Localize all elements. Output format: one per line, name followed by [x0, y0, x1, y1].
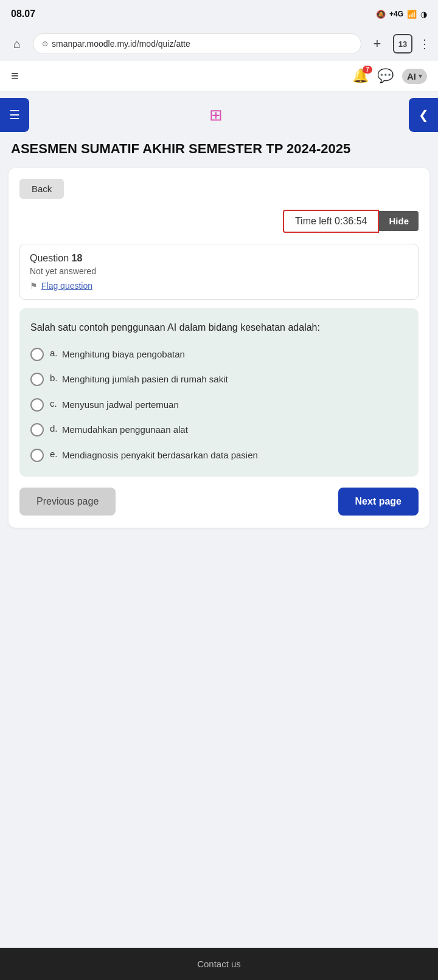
- flag-icon: ⚑: [30, 281, 38, 291]
- sidebar-left-button[interactable]: ☰: [0, 98, 29, 132]
- signal-icon: 🔕: [376, 10, 386, 19]
- header-right: 🔔 7 💬 AI ▾: [352, 68, 427, 84]
- status-time: 08.07: [11, 9, 35, 19]
- timer-row: Time left 0:36:54 Hide: [19, 210, 419, 233]
- notifications-button[interactable]: 🔔 7: [352, 68, 369, 84]
- next-page-button[interactable]: Next page: [338, 488, 419, 516]
- timer-display: Time left 0:36:54: [283, 210, 380, 233]
- previous-page-button[interactable]: Previous page: [19, 488, 116, 516]
- back-button[interactable]: Back: [19, 179, 64, 199]
- chevron-left-icon: ❮: [419, 108, 429, 122]
- url-secure-icon: ⊙: [42, 40, 48, 48]
- question-text: Salah satu contoh penggunaan AI dalam bi…: [30, 320, 408, 335]
- notification-badge: 7: [363, 66, 372, 74]
- option-radio-c[interactable]: [30, 398, 44, 412]
- flag-row: ⚑ Flag question: [30, 281, 408, 291]
- option-radio-b[interactable]: [30, 373, 44, 386]
- quiz-card: Back Time left 0:36:54 Hide Question 18 …: [9, 168, 429, 528]
- chevron-down-icon: ▾: [419, 72, 422, 80]
- quiz-title: ASESMEN SUMATIF AKHIR SEMESTER TP 2024-2…: [0, 134, 438, 168]
- flag-question-link[interactable]: Flag question: [41, 281, 92, 291]
- option-label-c: c.: [44, 398, 62, 409]
- avatar-button[interactable]: AI ▾: [402, 69, 427, 84]
- sidebar-toggle-row: ☰ ⊞ ❮: [0, 92, 438, 134]
- navigation-buttons: Previous page Next page: [19, 488, 419, 516]
- option-text-e: Mendiagnosis penyakit berdasarkan data p…: [62, 448, 258, 463]
- option-text-b: Menghitung jumlah pasien di rumah sakit: [62, 372, 228, 387]
- option-row-c: c. Menyusun jadwal pertemuan: [30, 398, 408, 412]
- question-number: Question 18: [30, 253, 408, 264]
- footer: Contact us: [0, 948, 438, 980]
- question-header: Question 18 Not yet answered ⚑ Flag ques…: [19, 244, 419, 300]
- browser-menu-button[interactable]: ⋮: [419, 36, 431, 51]
- question-number-value: 18: [72, 253, 83, 263]
- app-header: ≡ 🔔 7 💬 AI ▾: [0, 61, 438, 92]
- option-row-e: e. Mendiagnosis penyakit berdasarkan dat…: [30, 448, 408, 463]
- browser-actions: + 13 ⋮: [367, 34, 431, 53]
- option-label-b: b.: [44, 372, 62, 383]
- network-icon: +4G: [389, 10, 403, 18]
- option-text-a: Menghitung biaya pengobatan: [62, 347, 185, 362]
- hamburger-menu-button[interactable]: ≡: [11, 68, 19, 84]
- option-label-a: a.: [44, 347, 62, 358]
- option-radio-e[interactable]: [30, 449, 44, 462]
- option-text-c: Menyusun jadwal pertemuan: [62, 398, 179, 412]
- chat-button[interactable]: 💬: [377, 68, 394, 84]
- browser-bar: ⌂ ⊙ smanpar.moodle.my.id/mod/quiz/atte +…: [0, 27, 438, 61]
- status-icons: 🔕 +4G 📶 ◑: [376, 10, 427, 19]
- url-bar[interactable]: ⊙ smanpar.moodle.my.id/mod/quiz/atte: [33, 33, 361, 54]
- option-label-e: e.: [44, 448, 62, 459]
- grid-icon: ⊞: [209, 106, 237, 125]
- new-tab-button[interactable]: +: [367, 34, 387, 53]
- hide-timer-button[interactable]: Hide: [379, 211, 419, 231]
- option-text-d: Memudahkan penggunaan alat: [62, 423, 188, 437]
- sidebar-right-button[interactable]: ❮: [409, 98, 438, 132]
- question-body: Salah satu contoh penggunaan AI dalam bi…: [19, 308, 419, 477]
- option-radio-a[interactable]: [30, 348, 44, 361]
- question-label: Question: [30, 253, 69, 263]
- battery-icon: ◑: [420, 10, 427, 19]
- page-content: ☰ ⊞ ❮ ASESMEN SUMATIF AKHIR SEMESTER TP …: [0, 92, 438, 528]
- question-status: Not yet answered: [30, 266, 408, 276]
- contact-link[interactable]: Contact us: [197, 959, 241, 969]
- option-row-d: d. Memudahkan penggunaan alat: [30, 423, 408, 437]
- list-icon: ☰: [9, 108, 20, 122]
- option-row-a: a. Menghitung biaya pengobatan: [30, 347, 408, 362]
- option-row-b: b. Menghitung jumlah pasien di rumah sak…: [30, 372, 408, 387]
- url-text: smanpar.moodle.my.id/mod/quiz/atte: [52, 39, 190, 49]
- tabs-button[interactable]: 13: [393, 34, 412, 53]
- option-radio-d[interactable]: [30, 423, 44, 437]
- signal-bars-icon: 📶: [407, 10, 417, 19]
- avatar-label: AI: [407, 71, 416, 81]
- status-bar: 08.07 🔕 +4G 📶 ◑: [0, 0, 438, 27]
- option-label-d: d.: [44, 423, 62, 433]
- home-button[interactable]: ⌂: [7, 34, 27, 53]
